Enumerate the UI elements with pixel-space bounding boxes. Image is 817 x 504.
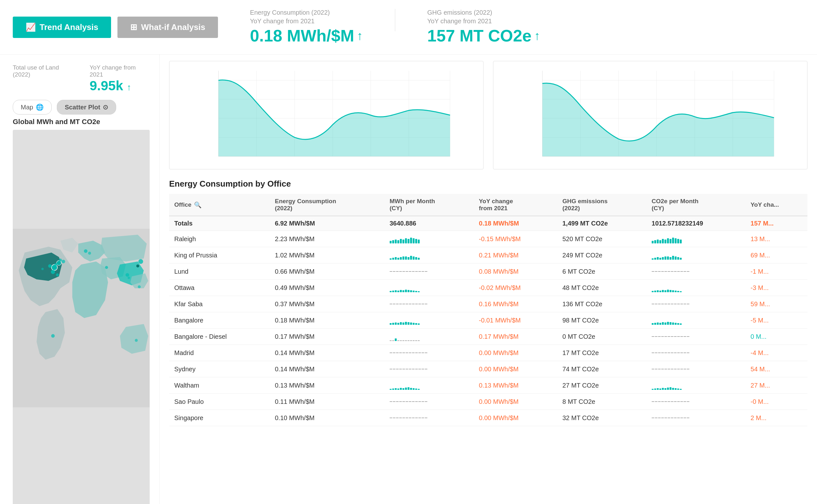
- row-energy: 2.23 MWh/$M: [270, 231, 384, 247]
- row-bar: [384, 361, 474, 377]
- row-bar: [384, 231, 474, 247]
- row-energy: 0.37 MWh/$M: [270, 296, 384, 312]
- table-row: Singapore 0.10 MWh/$M 0.00 MWh/$M 32 MT …: [169, 410, 807, 426]
- office-search-icon[interactable]: 🔍: [194, 201, 202, 209]
- row-energy: 0.49 MWh/$M: [270, 280, 384, 296]
- svg-point-5: [62, 260, 65, 263]
- table-row: King of Prussia 1.02 MWh/$M 0.21 MWh/$M …: [169, 247, 807, 263]
- svg-point-8: [59, 258, 62, 261]
- totals-ghg: 1,499 MT CO2e: [557, 216, 647, 231]
- mini-bar-dashed: [390, 397, 469, 406]
- mini-bar2-dashed: [652, 300, 740, 308]
- totals-row: Totals 6.92 MWh/$M 3640.886 0.18 MWh/$M …: [169, 216, 807, 231]
- row-office: Raleigh: [169, 231, 270, 247]
- row-bar: [384, 280, 474, 296]
- totals-yoy-ghg: 157 M...: [746, 216, 807, 231]
- row-yoy-energy: 0.13 MWh/$M: [474, 377, 558, 394]
- table-row: Lund 0.66 MWh/$M 0.08 MWh/$M 6 MT CO2e -…: [169, 263, 807, 280]
- kpi-energy: Energy Consumption (2022) YoY change fro…: [250, 9, 363, 45]
- whatif-analysis-tab[interactable]: ⊞ What-if Analysis: [117, 17, 218, 38]
- map-chart-title: Global MWh and MT CO2e: [13, 118, 150, 126]
- mini-bar2-dashed: [652, 397, 740, 406]
- mini-bar2: [652, 251, 740, 260]
- view-toggle: Map 🌐 Scatter Plot ⊙: [13, 100, 150, 115]
- row-bar: [384, 394, 474, 410]
- row-bar2: [647, 296, 746, 312]
- row-energy: 0.14 MWh/$M: [270, 361, 384, 377]
- row-energy: 1.02 MWh/$M: [270, 247, 384, 263]
- row-office: Bangalore: [169, 312, 270, 329]
- col-mwh-month: MWh per Month(CY): [384, 194, 474, 216]
- row-ghg: 32 MT CO2e: [557, 410, 647, 426]
- row-bar: [384, 247, 474, 263]
- mini-bar: [390, 234, 469, 243]
- map-container: [13, 130, 150, 504]
- mini-bar: [390, 316, 469, 325]
- mini-bar-mixed: [390, 332, 469, 341]
- row-yoy-energy: 0.21 MWh/$M: [474, 247, 558, 263]
- row-bar: [384, 312, 474, 329]
- mini-bar2-dashed: [652, 365, 740, 374]
- row-bar: [384, 377, 474, 394]
- land-label: Total use of Land (2022): [13, 64, 77, 78]
- kpi-ghg-sublabel: YoY change from 2021: [427, 18, 492, 25]
- row-ghg: 48 MT CO2e: [557, 280, 647, 296]
- table-row: Waltham 0.13 MWh/$M 0.13 MWh/$M 27 MT CO…: [169, 377, 807, 394]
- row-yoy-energy: 0.08 MWh/$M: [474, 263, 558, 280]
- mini-bar-dashed: [390, 300, 469, 308]
- table-row: Sao Paulo 0.11 MWh/$M 0.00 MWh/$M 8 MT C…: [169, 394, 807, 410]
- mini-bar2: [652, 316, 740, 325]
- row-bar2: [647, 345, 746, 361]
- mini-bar-dashed: [390, 365, 469, 374]
- right-panel: Energy Consumption by Office Office 🔍 En…: [160, 55, 817, 504]
- svg-point-17: [128, 277, 130, 279]
- kpi-energy-label: Energy Consumption (2022): [250, 9, 330, 16]
- row-bar: [384, 329, 474, 345]
- mini-bar2-dashed: [652, 413, 740, 422]
- mini-bar-dashed: [390, 413, 469, 422]
- charts-row: [169, 61, 807, 169]
- svg-point-7: [56, 273, 59, 276]
- mini-bar-dashed: [390, 348, 469, 357]
- trend-analysis-tab[interactable]: 📈 Trend Analysis: [13, 17, 111, 38]
- land-yoy-block: YoY change from 2021 9.95k ↑: [90, 64, 150, 93]
- row-yoy-energy: 0.00 MWh/$M: [474, 394, 558, 410]
- col-office: Office 🔍: [169, 194, 270, 216]
- table-row: Sydney 0.14 MWh/$M 0.00 MWh/$M 74 MT CO2…: [169, 361, 807, 377]
- row-office: Kfar Saba: [169, 296, 270, 312]
- kpi-ghg: GHG emissions (2022) YoY change from 202…: [427, 9, 540, 45]
- kpi-ghg-label: GHG emissions (2022): [427, 9, 492, 16]
- trend-icon: 📈: [26, 22, 36, 32]
- row-yoy-energy: 0.00 MWh/$M: [474, 345, 558, 361]
- mini-bar2: [652, 234, 740, 243]
- row-yoy-ghg: 27 M...: [746, 377, 807, 394]
- row-energy: 0.13 MWh/$M: [270, 377, 384, 394]
- totals-office: Totals: [169, 216, 270, 231]
- row-bar2: [647, 394, 746, 410]
- energy-chart: [169, 61, 484, 169]
- row-bar2: [647, 312, 746, 329]
- row-yoy-ghg: 2 M...: [746, 410, 807, 426]
- row-yoy-ghg: -3 M...: [746, 280, 807, 296]
- table-row: Madrid 0.14 MWh/$M 0.00 MWh/$M 17 MT CO2…: [169, 345, 807, 361]
- row-yoy-ghg: 59 M...: [746, 296, 807, 312]
- svg-point-10: [48, 264, 52, 268]
- svg-point-11: [41, 268, 44, 270]
- row-energy: 0.11 MWh/$M: [270, 394, 384, 410]
- map-view-btn[interactable]: Map 🌐: [13, 100, 52, 115]
- svg-point-12: [51, 334, 55, 337]
- scatter-view-btn[interactable]: Scatter Plot ⊙: [57, 100, 116, 115]
- row-yoy-energy: -0.01 MWh/$M: [474, 312, 558, 329]
- totals-co2e-month: 1012.5718232149: [647, 216, 746, 231]
- table-row: Bangalore 0.18 MWh/$M -0.01 MWh/$M 98 MT…: [169, 312, 807, 329]
- mini-bar2-dashed: [652, 267, 740, 276]
- kpi-area: Energy Consumption (2022) YoY change fro…: [250, 9, 540, 45]
- row-ghg: 6 MT CO2e: [557, 263, 647, 280]
- col-energy-consumption: Energy Consumption(2022): [270, 194, 384, 216]
- land-total-block: Total use of Land (2022): [13, 64, 77, 93]
- kpi-energy-sublabel: YoY change from 2021: [250, 18, 314, 25]
- svg-point-2: [136, 264, 139, 267]
- row-ghg: 249 MT CO2e: [557, 247, 647, 263]
- svg-point-19: [138, 285, 141, 288]
- main-content: Total use of Land (2022) YoY change from…: [0, 55, 817, 504]
